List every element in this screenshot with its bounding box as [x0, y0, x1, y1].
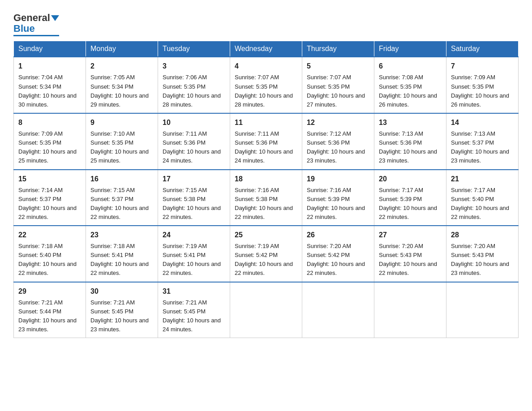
- day-number: 7: [451, 61, 514, 72]
- calendar-cell: 21Sunrise: 7:17 AMSunset: 5:40 PMDayligh…: [446, 170, 519, 226]
- logo-underline: [13, 35, 59, 36]
- calendar-table: SundayMondayTuesdayWednesdayThursdayFrid…: [13, 41, 519, 338]
- day-info: Sunrise: 7:07 AMSunset: 5:35 PMDaylight:…: [235, 73, 297, 109]
- calendar-cell: 25Sunrise: 7:19 AMSunset: 5:42 PMDayligh…: [230, 226, 302, 282]
- calendar-cell: [302, 282, 374, 338]
- calendar-cell: [374, 282, 446, 338]
- day-number: 15: [18, 174, 81, 184]
- calendar-week-row: 15Sunrise: 7:14 AMSunset: 5:37 PMDayligh…: [14, 170, 519, 226]
- calendar-cell: 31Sunrise: 7:21 AMSunset: 5:45 PMDayligh…: [158, 282, 230, 338]
- day-number: 23: [90, 230, 153, 240]
- calendar-cell: 18Sunrise: 7:16 AMSunset: 5:38 PMDayligh…: [230, 170, 302, 226]
- calendar-cell: 15Sunrise: 7:14 AMSunset: 5:37 PMDayligh…: [14, 170, 86, 226]
- day-number: 14: [451, 117, 514, 128]
- weekday-header-monday: Monday: [86, 41, 158, 57]
- day-number: 26: [307, 230, 369, 240]
- day-info: Sunrise: 7:18 AMSunset: 5:41 PMDaylight:…: [90, 242, 153, 278]
- day-number: 3: [163, 61, 225, 72]
- day-info: Sunrise: 7:16 AMSunset: 5:38 PMDaylight:…: [235, 186, 297, 222]
- weekday-header-friday: Friday: [374, 41, 446, 57]
- day-info: Sunrise: 7:21 AMSunset: 5:45 PMDaylight:…: [163, 298, 225, 334]
- day-number: 28: [451, 230, 514, 240]
- day-number: 29: [18, 286, 81, 297]
- day-number: 24: [163, 230, 225, 240]
- day-number: 8: [18, 117, 81, 128]
- calendar-cell: 7Sunrise: 7:09 AMSunset: 5:35 PMDaylight…: [446, 57, 519, 113]
- day-info: Sunrise: 7:21 AMSunset: 5:45 PMDaylight:…: [90, 298, 153, 334]
- day-number: 21: [451, 174, 514, 184]
- calendar-cell: 2Sunrise: 7:05 AMSunset: 5:34 PMDaylight…: [86, 57, 158, 113]
- day-info: Sunrise: 7:18 AMSunset: 5:40 PMDaylight:…: [18, 242, 81, 278]
- day-info: Sunrise: 7:11 AMSunset: 5:36 PMDaylight:…: [235, 129, 297, 166]
- day-info: Sunrise: 7:15 AMSunset: 5:38 PMDaylight:…: [163, 186, 225, 222]
- calendar-cell: 8Sunrise: 7:09 AMSunset: 5:35 PMDaylight…: [14, 113, 86, 170]
- day-number: 12: [307, 117, 369, 128]
- day-number: 27: [379, 230, 442, 240]
- calendar-cell: 19Sunrise: 7:16 AMSunset: 5:39 PMDayligh…: [302, 170, 374, 226]
- calendar-cell: 5Sunrise: 7:07 AMSunset: 5:35 PMDaylight…: [302, 57, 374, 113]
- weekday-header-saturday: Saturday: [446, 41, 519, 57]
- day-info: Sunrise: 7:15 AMSunset: 5:37 PMDaylight:…: [90, 186, 153, 222]
- calendar-cell: 29Sunrise: 7:21 AMSunset: 5:44 PMDayligh…: [14, 282, 86, 338]
- day-info: Sunrise: 7:21 AMSunset: 5:44 PMDaylight:…: [18, 298, 81, 334]
- day-info: Sunrise: 7:09 AMSunset: 5:35 PMDaylight:…: [18, 129, 81, 166]
- day-number: 10: [163, 117, 225, 128]
- calendar-week-row: 29Sunrise: 7:21 AMSunset: 5:44 PMDayligh…: [14, 282, 519, 338]
- day-info: Sunrise: 7:13 AMSunset: 5:36 PMDaylight:…: [379, 129, 442, 166]
- day-info: Sunrise: 7:07 AMSunset: 5:35 PMDaylight:…: [307, 73, 369, 109]
- calendar-cell: 27Sunrise: 7:20 AMSunset: 5:43 PMDayligh…: [374, 226, 446, 282]
- calendar-cell: 20Sunrise: 7:17 AMSunset: 5:39 PMDayligh…: [374, 170, 446, 226]
- calendar-cell: 22Sunrise: 7:18 AMSunset: 5:40 PMDayligh…: [14, 226, 86, 282]
- calendar-cell: 13Sunrise: 7:13 AMSunset: 5:36 PMDayligh…: [374, 113, 446, 170]
- day-number: 1: [18, 61, 81, 72]
- day-info: Sunrise: 7:20 AMSunset: 5:43 PMDaylight:…: [451, 242, 514, 278]
- weekday-header-tuesday: Tuesday: [158, 41, 230, 57]
- calendar-cell: 24Sunrise: 7:19 AMSunset: 5:41 PMDayligh…: [158, 226, 230, 282]
- day-info: Sunrise: 7:09 AMSunset: 5:35 PMDaylight:…: [451, 73, 514, 109]
- calendar-cell: 16Sunrise: 7:15 AMSunset: 5:37 PMDayligh…: [86, 170, 158, 226]
- calendar-cell: 12Sunrise: 7:12 AMSunset: 5:36 PMDayligh…: [302, 113, 374, 170]
- day-number: 16: [90, 174, 153, 184]
- calendar-cell: [230, 282, 302, 338]
- day-info: Sunrise: 7:06 AMSunset: 5:35 PMDaylight:…: [163, 73, 225, 109]
- calendar-week-row: 22Sunrise: 7:18 AMSunset: 5:40 PMDayligh…: [14, 226, 519, 282]
- calendar-cell: [446, 282, 519, 338]
- day-number: 19: [307, 174, 369, 184]
- day-info: Sunrise: 7:14 AMSunset: 5:37 PMDaylight:…: [18, 186, 81, 222]
- day-info: Sunrise: 7:04 AMSunset: 5:34 PMDaylight:…: [18, 73, 81, 109]
- day-info: Sunrise: 7:20 AMSunset: 5:43 PMDaylight:…: [379, 242, 442, 278]
- day-info: Sunrise: 7:16 AMSunset: 5:39 PMDaylight:…: [307, 186, 369, 222]
- calendar-cell: 9Sunrise: 7:10 AMSunset: 5:35 PMDaylight…: [86, 113, 158, 170]
- day-number: 31: [163, 286, 225, 297]
- calendar-cell: 30Sunrise: 7:21 AMSunset: 5:45 PMDayligh…: [86, 282, 158, 338]
- day-number: 5: [307, 61, 369, 72]
- logo-text-general: General: [13, 13, 50, 23]
- calendar-week-row: 8Sunrise: 7:09 AMSunset: 5:35 PMDaylight…: [14, 113, 519, 170]
- logo-triangle-icon: [51, 15, 59, 21]
- day-number: 18: [235, 174, 297, 184]
- day-info: Sunrise: 7:13 AMSunset: 5:37 PMDaylight:…: [451, 129, 514, 166]
- weekday-header-thursday: Thursday: [302, 41, 374, 57]
- day-number: 30: [90, 286, 153, 297]
- day-number: 2: [90, 61, 153, 72]
- calendar-cell: 17Sunrise: 7:15 AMSunset: 5:38 PMDayligh…: [158, 170, 230, 226]
- logo-text-blue: Blue: [13, 23, 35, 34]
- day-number: 22: [18, 230, 81, 240]
- day-number: 25: [235, 230, 297, 240]
- calendar-cell: 6Sunrise: 7:08 AMSunset: 5:35 PMDaylight…: [374, 57, 446, 113]
- weekday-header-sunday: Sunday: [14, 41, 86, 57]
- calendar-cell: 11Sunrise: 7:11 AMSunset: 5:36 PMDayligh…: [230, 113, 302, 170]
- calendar-cell: 26Sunrise: 7:20 AMSunset: 5:42 PMDayligh…: [302, 226, 374, 282]
- day-info: Sunrise: 7:20 AMSunset: 5:42 PMDaylight:…: [307, 242, 369, 278]
- calendar-cell: 3Sunrise: 7:06 AMSunset: 5:35 PMDaylight…: [158, 57, 230, 113]
- calendar-cell: 23Sunrise: 7:18 AMSunset: 5:41 PMDayligh…: [86, 226, 158, 282]
- day-info: Sunrise: 7:17 AMSunset: 5:40 PMDaylight:…: [451, 186, 514, 222]
- calendar-cell: 14Sunrise: 7:13 AMSunset: 5:37 PMDayligh…: [446, 113, 519, 170]
- day-info: Sunrise: 7:08 AMSunset: 5:35 PMDaylight:…: [379, 73, 442, 109]
- day-number: 13: [379, 117, 442, 128]
- calendar-week-row: 1Sunrise: 7:04 AMSunset: 5:34 PMDaylight…: [14, 57, 519, 113]
- day-info: Sunrise: 7:12 AMSunset: 5:36 PMDaylight:…: [307, 129, 369, 166]
- day-number: 4: [235, 61, 297, 72]
- day-info: Sunrise: 7:19 AMSunset: 5:42 PMDaylight:…: [235, 242, 297, 278]
- logo: General Blue: [13, 13, 59, 36]
